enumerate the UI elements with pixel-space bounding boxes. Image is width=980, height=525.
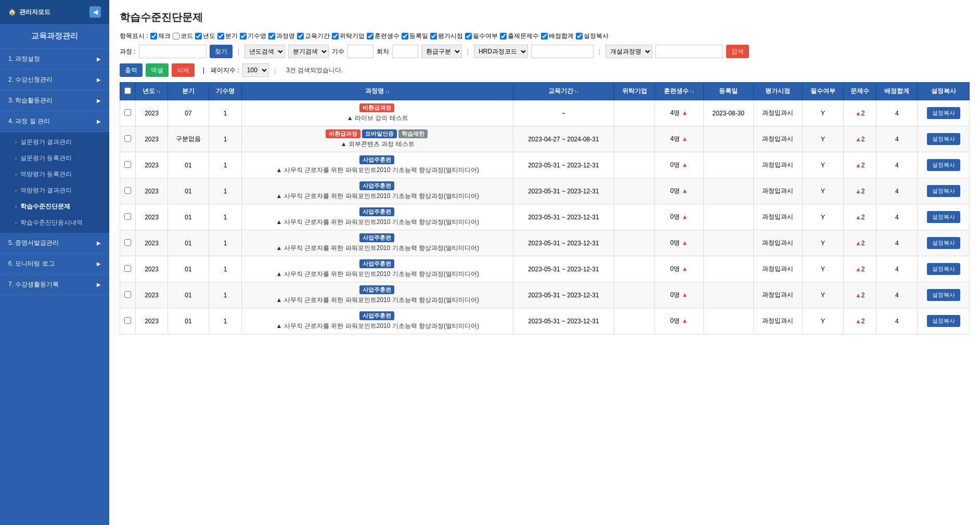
sidebar-item-menu1[interactable]: 1. 과정설정▶ — [0, 49, 109, 70]
sidebar-sub-item-sub4-3[interactable]: ○역량평가 등록관리 — [0, 166, 109, 182]
row-checkbox-3[interactable] — [124, 187, 131, 194]
table-cell: ▲2 — [844, 204, 876, 230]
filter-checkbox-f-trainees[interactable] — [367, 33, 373, 40]
filter-checkbox-f-code[interactable] — [173, 33, 179, 40]
course-type-select[interactable]: 개설과정명 — [605, 45, 652, 58]
filter-checkbox-f-course[interactable] — [268, 33, 275, 40]
filter-item-f-quarter[interactable]: 분기 — [217, 32, 238, 41]
sidebar-item-menu3[interactable]: 3. 학습활동관리▶ — [0, 90, 109, 111]
sidebar-item-menu2[interactable]: 2. 수강신청관리▶ — [0, 70, 109, 90]
sidebar-sub-item-sub4-4[interactable]: ○역량평가 결과관리 — [0, 182, 109, 199]
setting-copy-button[interactable]: 설정복사 — [927, 237, 960, 249]
filter-item-f-copy[interactable]: 설정복사 — [576, 32, 609, 41]
setting-copy-button[interactable]: 설정복사 — [927, 159, 960, 171]
filter-item-f-eval[interactable]: 평가시점 — [430, 32, 463, 41]
dot-icon: ○ — [15, 156, 17, 161]
setting-copy-button[interactable]: 설정복사 — [927, 133, 960, 145]
filter-item-f-score[interactable]: 배점합계 — [541, 32, 574, 41]
filter-checkbox-f-score[interactable] — [541, 33, 548, 40]
filter-item-f-enroll[interactable]: 등록일 — [402, 32, 428, 41]
quarter-value: 01 — [185, 162, 191, 169]
filter-checkbox-f-company[interactable] — [332, 33, 339, 40]
year-value: 2023 — [145, 214, 159, 221]
problems-value: 2 — [861, 136, 865, 143]
count-input[interactable] — [347, 45, 373, 58]
filter-checkbox-f-count[interactable] — [240, 33, 247, 40]
row-checkbox-6[interactable] — [124, 265, 131, 272]
table-cell: 01 — [168, 308, 209, 334]
setting-copy-button[interactable]: 설정복사 — [927, 263, 960, 275]
table-cell: ▲2 — [844, 178, 876, 204]
filter-item-f-period[interactable]: 교육기간 — [297, 32, 330, 41]
filter-checkbox-f-year[interactable] — [195, 33, 202, 40]
col-header-col-trainees[interactable]: 훈련생수↑↓ — [655, 83, 703, 100]
row-checkbox-8[interactable] — [124, 317, 131, 324]
excel-button[interactable]: 엑셀 — [146, 63, 169, 77]
sidebar-item-menu5[interactable]: 5. 증명서발급관리▶ — [0, 233, 109, 254]
filter-item-f-year[interactable]: 년도 — [195, 32, 215, 41]
sidebar-item-menu4[interactable]: 4. 과정 질 관리▶ — [0, 111, 109, 132]
sidebar-item-menu7[interactable]: 7. 수강생활동기록▶ — [0, 274, 109, 295]
filter-checkbox-f-check[interactable] — [150, 33, 157, 40]
filter-checkbox-f-eval[interactable] — [430, 33, 437, 40]
filter-checkbox-f-quarter[interactable] — [217, 33, 224, 40]
row-checkbox-0[interactable] — [124, 109, 131, 116]
col-header-col-course[interactable]: 과정명↑↓ — [242, 83, 513, 100]
sidebar-sub-item-sub4-1[interactable]: ○설문평가 결과관리 — [0, 134, 109, 150]
count-label: 기수 — [332, 47, 344, 56]
filter-checkbox-f-problems[interactable] — [500, 33, 507, 40]
row-checkbox-1[interactable] — [124, 135, 131, 142]
setting-copy-button[interactable]: 설정복사 — [927, 211, 960, 223]
filter-label-f-course: 과정명 — [276, 32, 295, 41]
alert-icon: ▲ — [682, 109, 688, 116]
quarter-value: 01 — [185, 188, 191, 195]
filter-checkbox-f-enroll[interactable] — [402, 33, 408, 40]
sidebar-collapse-button[interactable]: ◀ — [89, 6, 101, 18]
sidebar-sub-item-sub4-2[interactable]: ○설문평가 등록관리 — [0, 150, 109, 166]
filter-item-f-problems[interactable]: 출제문제수 — [500, 32, 539, 41]
refund-select[interactable]: 환급구분환급비환급 — [421, 45, 462, 58]
col-header-col-year[interactable]: 년도↑↓ — [136, 83, 168, 100]
setting-copy-button[interactable]: 설정복사 — [927, 289, 960, 301]
filter-item-f-company[interactable]: 위탁기업 — [332, 32, 365, 41]
filter-checkbox-f-required[interactable] — [465, 33, 472, 40]
row-checkbox-4[interactable] — [124, 213, 131, 220]
search-button[interactable]: 검색 — [726, 45, 749, 58]
row-checkbox-7[interactable] — [124, 291, 131, 298]
sidebar-sub-item-sub4-6[interactable]: ○학습수준진단응시내역 — [0, 215, 109, 231]
setting-copy-button[interactable]: 설정복사 — [927, 185, 960, 197]
course-input[interactable] — [139, 45, 207, 58]
row-checkbox-5[interactable] — [124, 239, 131, 246]
col-header-col-period[interactable]: 교육기간↑↓ — [513, 83, 614, 100]
hrd-select[interactable]: HRD과정코드 — [474, 45, 528, 58]
table-cell — [614, 230, 655, 256]
sidebar-item-menu6[interactable]: 6. 모니터링 로그▶ — [0, 254, 109, 274]
filter-label-f-enroll: 등록일 — [409, 32, 428, 41]
select-all-checkbox[interactable] — [124, 87, 131, 94]
filter-item-f-required[interactable]: 필수여부 — [465, 32, 498, 41]
setting-copy-button[interactable]: 설정복사 — [927, 315, 960, 327]
session-input[interactable] — [392, 45, 418, 58]
row-checkbox-2[interactable] — [124, 161, 131, 168]
filter-checkbox-f-copy[interactable] — [576, 33, 583, 40]
page-size-select[interactable]: 10050200 — [242, 63, 269, 77]
delete-button[interactable]: 삭제 — [172, 63, 195, 77]
quarter-select[interactable]: 분기검색1분기2분기3분기4분기 — [288, 45, 329, 58]
setting-copy-button[interactable]: 설정복사 — [927, 107, 960, 119]
year-value: 2023 — [145, 110, 159, 117]
filter-item-f-count[interactable]: 기수명 — [240, 32, 266, 41]
print-button[interactable]: 출력 — [120, 63, 143, 77]
table-cell — [703, 230, 753, 256]
filter-checkbox-f-period[interactable] — [297, 33, 304, 40]
hrd-input[interactable] — [531, 45, 594, 58]
course-search-input[interactable] — [655, 45, 723, 58]
find-button[interactable]: 찾기 — [210, 45, 233, 58]
year-select[interactable]: 년도검색202320222021 — [244, 45, 285, 58]
filter-item-f-code[interactable]: 코드 — [173, 32, 193, 41]
filter-item-f-trainees[interactable]: 훈련생수 — [367, 32, 399, 41]
sidebar-sub-item-sub4-5[interactable]: ○학습수준진단문제 — [0, 199, 109, 215]
table-cell: 2023 — [136, 256, 168, 282]
course-name-cell: 사업주훈련▲ 사무직 근로자를 위한 파워포인트2010 기초능력 향상과정(멀… — [242, 282, 513, 308]
filter-item-f-course[interactable]: 과정명 — [268, 32, 295, 41]
filter-item-f-check[interactable]: 체크 — [150, 32, 171, 41]
